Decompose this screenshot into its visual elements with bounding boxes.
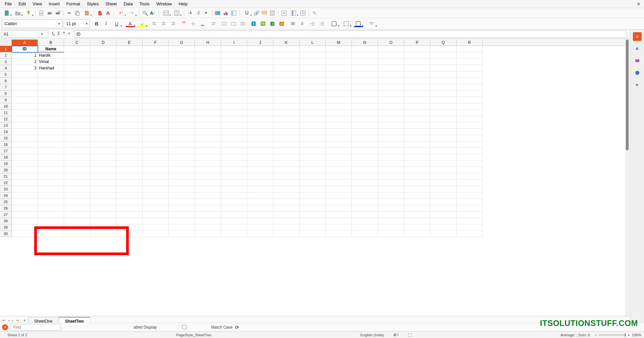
column-header[interactable]: Q	[430, 40, 457, 46]
cell[interactable]	[90, 97, 116, 103]
cell[interactable]	[116, 224, 143, 231]
freeze-button[interactable]: ▼	[288, 9, 299, 17]
cell[interactable]	[326, 110, 352, 116]
chevron-down-icon[interactable]: ▼	[84, 22, 90, 25]
cell[interactable]	[457, 110, 483, 116]
cell[interactable]	[457, 135, 483, 142]
date-button[interactable]: 15	[278, 20, 286, 28]
cell[interactable]	[143, 78, 169, 84]
cell[interactable]	[273, 224, 300, 231]
cell[interactable]	[352, 116, 378, 122]
formatted-display-checkbox[interactable]: atted Display	[133, 325, 157, 330]
zoom-slider[interactable]	[599, 334, 626, 336]
cell[interactable]	[273, 231, 300, 237]
cell[interactable]	[12, 103, 38, 110]
cell[interactable]	[352, 161, 378, 167]
cell[interactable]	[273, 122, 300, 129]
cell[interactable]	[195, 224, 221, 231]
chevron-down-icon[interactable]: ▼	[39, 33, 45, 36]
cell[interactable]	[38, 78, 64, 84]
cell[interactable]	[300, 212, 326, 218]
cell[interactable]	[300, 142, 326, 148]
hyperlink-button[interactable]: 🔗	[253, 9, 260, 17]
cell[interactable]	[326, 65, 352, 71]
cell[interactable]	[273, 218, 300, 224]
cell[interactable]	[430, 212, 457, 218]
cell[interactable]	[404, 161, 430, 167]
cell[interactable]	[247, 231, 273, 237]
cell[interactable]	[169, 186, 195, 192]
cell[interactable]	[116, 103, 143, 110]
column-header[interactable]: M	[326, 40, 352, 46]
cell[interactable]	[378, 180, 404, 186]
page-style-label[interactable]: PageStyle_SheetTwo	[171, 333, 216, 337]
cell[interactable]	[90, 167, 116, 173]
cell[interactable]	[12, 161, 38, 167]
cell[interactable]	[300, 167, 326, 173]
cell[interactable]	[195, 46, 221, 52]
cell[interactable]	[430, 59, 457, 65]
cell[interactable]	[352, 129, 378, 135]
cell[interactable]	[116, 97, 143, 103]
cell[interactable]	[326, 116, 352, 122]
cell[interactable]	[430, 142, 457, 148]
increase-indent-button[interactable]	[309, 20, 317, 28]
cell[interactable]	[90, 91, 116, 97]
cell[interactable]	[90, 103, 116, 110]
cell[interactable]	[404, 122, 430, 129]
cell[interactable]	[38, 91, 64, 97]
menu-format[interactable]: Format	[63, 1, 84, 7]
cell[interactable]	[300, 224, 326, 231]
cell[interactable]	[116, 135, 143, 142]
cell[interactable]	[221, 84, 247, 91]
first-sheet-icon[interactable]: ⇤	[2, 318, 6, 323]
cell[interactable]	[195, 52, 221, 59]
cell[interactable]	[457, 52, 483, 59]
cell[interactable]	[352, 192, 378, 199]
cell[interactable]	[300, 103, 326, 110]
cell[interactable]	[404, 110, 430, 116]
cell[interactable]	[12, 129, 38, 135]
cell[interactable]	[273, 110, 300, 116]
function-wizard-icon[interactable]: fx	[51, 31, 56, 37]
cell[interactable]	[64, 161, 90, 167]
cell[interactable]	[404, 154, 430, 161]
cell[interactable]	[143, 122, 169, 129]
cell[interactable]	[326, 52, 352, 59]
cell[interactable]	[247, 71, 273, 78]
column-header[interactable]: A	[12, 40, 38, 46]
cell[interactable]	[247, 110, 273, 116]
cell[interactable]	[64, 78, 90, 84]
cell[interactable]	[326, 129, 352, 135]
cell[interactable]	[90, 84, 116, 91]
cell[interactable]	[64, 205, 90, 212]
cell[interactable]: Vimal	[38, 59, 64, 65]
cell[interactable]	[38, 231, 64, 237]
prev-sheet-icon[interactable]: ◂	[7, 318, 10, 323]
cell[interactable]	[64, 46, 90, 52]
cell[interactable]	[378, 212, 404, 218]
cell[interactable]	[247, 161, 273, 167]
cell[interactable]	[195, 129, 221, 135]
row-header[interactable]: 3	[0, 59, 12, 65]
cell[interactable]	[64, 103, 90, 110]
row-header[interactable]: 29	[0, 224, 12, 231]
cell[interactable]	[273, 154, 300, 161]
cell[interactable]	[378, 154, 404, 161]
cell[interactable]	[247, 224, 273, 231]
wrap-text-button[interactable]	[209, 20, 217, 28]
cell[interactable]	[430, 161, 457, 167]
cell[interactable]	[273, 192, 300, 199]
cell[interactable]	[326, 167, 352, 173]
row-header[interactable]: 23	[0, 186, 12, 192]
cell[interactable]	[38, 161, 64, 167]
cell[interactable]	[143, 186, 169, 192]
row-header[interactable]: 18	[0, 154, 12, 161]
cell[interactable]	[12, 186, 38, 192]
cell[interactable]	[457, 78, 483, 84]
save-button[interactable]: ▼	[23, 9, 34, 17]
cell[interactable]	[64, 224, 90, 231]
cell[interactable]	[273, 59, 300, 65]
cell[interactable]	[273, 65, 300, 71]
redo-button[interactable]: ↷▼	[127, 9, 137, 17]
